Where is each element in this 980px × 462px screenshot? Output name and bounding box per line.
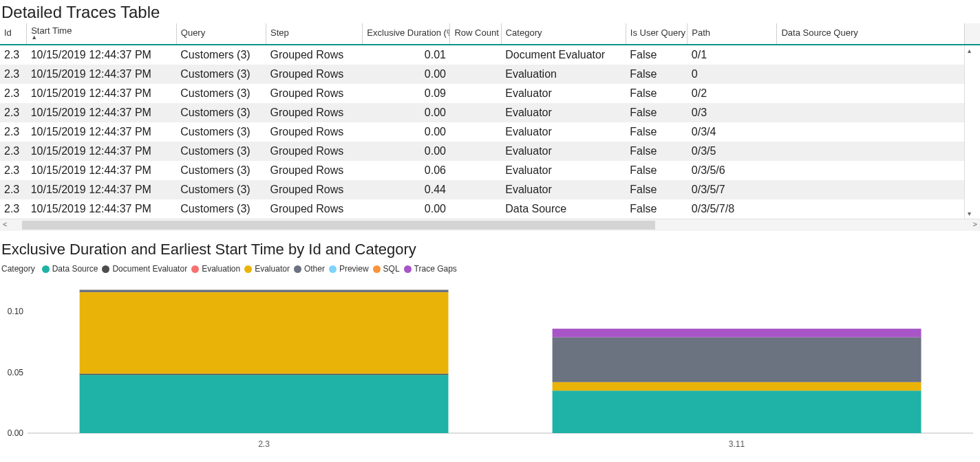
- legend-swatch-icon: [404, 265, 412, 273]
- cell-id: 2.3: [0, 180, 27, 199]
- cell-cat: Evaluator: [501, 122, 626, 142]
- legend-item[interactable]: Evaluation: [191, 264, 240, 274]
- bar-segment[interactable]: [80, 290, 449, 293]
- cell-row: [450, 45, 501, 65]
- chart-legend: Category Data SourceDocument EvaluatorEv…: [0, 263, 980, 280]
- cell-start: 10/15/2019 12:44:37 PM: [27, 103, 177, 122]
- bar-segment[interactable]: [80, 373, 449, 375]
- legend-swatch-icon: [244, 265, 252, 273]
- cell-usr: False: [626, 65, 688, 84]
- scroll-down-icon[interactable]: ▾: [968, 210, 971, 217]
- table-row[interactable]: 2.310/15/2019 12:44:37 PMCustomers (3)Gr…: [0, 122, 980, 142]
- cell-usr: False: [626, 84, 688, 103]
- cell-query: Customers (3): [176, 122, 266, 142]
- bar-segment[interactable]: [553, 329, 922, 337]
- cell-step: Grouped Rows: [266, 180, 362, 199]
- legend-item[interactable]: SQL: [373, 264, 400, 274]
- horizontal-scrollbar[interactable]: < >: [0, 219, 980, 231]
- cell-start: 10/15/2019 12:44:37 PM: [27, 161, 177, 180]
- cell-start: 10/15/2019 12:44:37 PM: [27, 199, 177, 219]
- cell-usr: False: [626, 161, 688, 180]
- cell-id: 2.3: [0, 103, 27, 122]
- cell-dsq: [777, 142, 965, 161]
- cell-cat: Data Source: [501, 199, 626, 219]
- cell-dsq: [777, 180, 965, 199]
- cell-dur: 0.00: [363, 122, 450, 142]
- legend-swatch-icon: [102, 265, 109, 273]
- table-row[interactable]: 2.310/15/2019 12:44:37 PMCustomers (3)Gr…: [0, 103, 980, 122]
- col-header-data-source-query[interactable]: Data Source Query: [777, 23, 965, 45]
- cell-path: 0/3/5/6: [688, 161, 777, 180]
- cell-usr: False: [626, 180, 688, 199]
- legend-item[interactable]: Preview: [329, 264, 369, 274]
- legend-item[interactable]: Trace Gaps: [404, 264, 457, 274]
- table-row[interactable]: 2.310/15/2019 12:44:37 PMCustomers (3)Gr…: [0, 65, 980, 84]
- scrollbar-thumb[interactable]: [22, 221, 655, 230]
- cell-dur: 0.44: [363, 180, 450, 199]
- cell-id: 2.3: [0, 122, 27, 142]
- scroll-up-icon[interactable]: ▴: [968, 47, 971, 54]
- cell-cat: Evaluator: [501, 103, 626, 122]
- col-header-path[interactable]: Path: [688, 23, 777, 45]
- bar-segment[interactable]: [80, 375, 449, 433]
- scroll-right-icon[interactable]: >: [970, 220, 980, 228]
- cell-start: 10/15/2019 12:44:37 PM: [27, 122, 177, 142]
- cell-step: Grouped Rows: [266, 45, 362, 65]
- cell-row: [450, 84, 501, 103]
- scroll-left-icon[interactable]: <: [0, 220, 10, 228]
- col-header-step[interactable]: Step: [266, 23, 362, 45]
- bar-segment[interactable]: [80, 292, 449, 373]
- cell-dsq: [777, 161, 965, 180]
- cell-cat: Evaluator: [501, 161, 626, 180]
- table-row[interactable]: 2.310/15/2019 12:44:37 PMCustomers (3)Gr…: [0, 84, 980, 103]
- col-header-query[interactable]: Query: [176, 23, 266, 45]
- cell-dsq: [777, 103, 965, 122]
- col-header-category[interactable]: Category: [501, 23, 626, 45]
- cell-dur: 0.00: [363, 65, 450, 84]
- cell-query: Customers (3): [176, 199, 266, 219]
- bar-segment[interactable]: [553, 390, 922, 433]
- cell-query: Customers (3): [176, 45, 266, 65]
- legend-swatch-icon: [373, 265, 381, 273]
- svg-text:0.10: 0.10: [8, 307, 24, 316]
- legend-label: Data Source: [52, 264, 98, 274]
- table-row[interactable]: 2.310/15/2019 12:44:37 PMCustomers (3)Gr…: [0, 199, 980, 219]
- vertical-scrollbar[interactable]: ▴▾: [965, 45, 980, 219]
- cell-start: 10/15/2019 12:44:37 PM: [27, 65, 177, 84]
- legend-item[interactable]: Evaluator: [244, 264, 290, 274]
- table-row[interactable]: 2.310/15/2019 12:44:37 PMCustomers (3)Gr…: [0, 161, 980, 180]
- table-row[interactable]: 2.310/15/2019 12:44:37 PMCustomers (3)Gr…: [0, 142, 980, 161]
- col-header-is-user-query[interactable]: Is User Query: [626, 23, 688, 45]
- cell-row: [450, 180, 501, 199]
- detailed-traces-table: Id Start Time ▲ Query Step Exclusive Dur…: [0, 23, 980, 219]
- col-header-id[interactable]: Id: [0, 23, 27, 45]
- cell-id: 2.3: [0, 45, 27, 65]
- legend-item[interactable]: Document Evaluator: [102, 264, 187, 274]
- legend-item[interactable]: Other: [294, 264, 325, 274]
- cell-dur: 0.09: [363, 84, 450, 103]
- cell-query: Customers (3): [176, 161, 266, 180]
- cell-query: Customers (3): [176, 180, 266, 199]
- cell-path: 0/3/5: [688, 142, 777, 161]
- cell-row: [450, 161, 501, 180]
- cell-dur: 0.06: [363, 161, 450, 180]
- col-header-start-time[interactable]: Start Time ▲: [27, 23, 177, 45]
- bar-segment[interactable]: [553, 382, 922, 390]
- cell-path: 0: [688, 65, 777, 84]
- cell-dur: 0.00: [363, 199, 450, 219]
- x-tick-label: 3.11: [729, 439, 745, 449]
- bar-segment[interactable]: [553, 337, 922, 382]
- x-tick-label: 2.3: [258, 439, 270, 449]
- table-row[interactable]: 2.310/15/2019 12:44:37 PMCustomers (3)Gr…: [0, 45, 980, 65]
- col-header-row-count[interactable]: Row Count: [450, 23, 501, 45]
- col-header-exclusive-duration[interactable]: Exclusive Duration (%): [363, 23, 450, 45]
- cell-dur: 0.01: [363, 45, 450, 65]
- cell-row: [450, 65, 501, 84]
- cell-dsq: [777, 122, 965, 142]
- cell-cat: Evaluator: [501, 180, 626, 199]
- legend-item[interactable]: Data Source: [42, 264, 98, 274]
- table-row[interactable]: 2.310/15/2019 12:44:37 PMCustomers (3)Gr…: [0, 180, 980, 199]
- cell-dsq: [777, 199, 965, 219]
- cell-step: Grouped Rows: [266, 161, 362, 180]
- cell-row: [450, 103, 501, 122]
